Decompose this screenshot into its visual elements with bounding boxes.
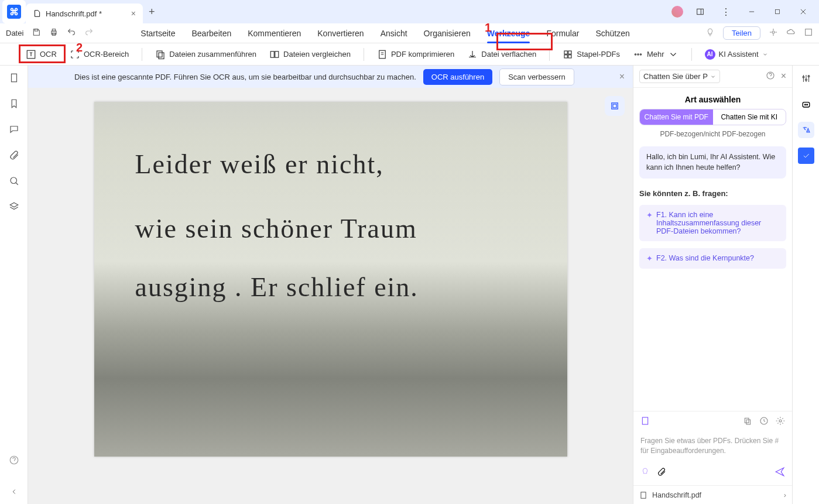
more-button[interactable]: Mehr — [633, 49, 678, 60]
tab-konvertieren[interactable]: Konvertieren — [317, 23, 364, 43]
tab-kommentieren[interactable]: Kommentieren — [248, 23, 301, 43]
window-minimize[interactable] — [743, 3, 760, 20]
ai-filebar[interactable]: Handschrift.pdf › — [633, 485, 792, 504]
svg-rect-14 — [159, 53, 164, 59]
ai-close-icon[interactable]: × — [781, 71, 786, 83]
window-maximize[interactable] — [769, 3, 786, 20]
ai-input[interactable]: Fragen Sie etwas über PDFs. Drücken Sie … — [633, 433, 792, 463]
bookmarks-icon[interactable] — [9, 98, 19, 111]
svg-rect-6 — [35, 29, 38, 30]
ai-suggestion-2[interactable]: ✦F2. Was sind die Kernpunkte? — [639, 248, 786, 269]
compare-button[interactable]: Dateien vergleichen — [269, 49, 351, 60]
svg-point-23 — [638, 53, 639, 54]
ai-suggest-label: Sie könnten z. B. fragen: — [639, 189, 786, 198]
ocr-area-button[interactable]: OCR-Bereich — [70, 49, 129, 60]
ai-settings-icon[interactable] — [776, 416, 785, 428]
tab-bearbeiten[interactable]: Bearbeiten — [192, 23, 232, 43]
batch-button[interactable]: Stapel-PDFs — [563, 49, 620, 60]
tab-title: Handschrift.pdf * — [46, 9, 102, 18]
window-close[interactable] — [794, 3, 812, 20]
sliders-icon[interactable] — [798, 70, 814, 87]
merge-icon — [155, 49, 166, 60]
flatten-button[interactable]: Datei verflachen — [467, 49, 536, 60]
layers-icon[interactable] — [9, 201, 19, 214]
ai-badge-icon: AI — [705, 49, 715, 60]
pdf-viewer[interactable]: Leider weiß er nicht, wie sein schöner T… — [28, 88, 633, 504]
svg-point-26 — [11, 177, 17, 184]
expand-icon[interactable] — [804, 28, 813, 39]
redo-icon[interactable] — [84, 28, 94, 39]
ai-mode-select[interactable]: Chatten Sie über P — [639, 70, 720, 83]
undo-icon[interactable] — [67, 28, 76, 39]
ai-copy-icon[interactable] — [743, 416, 752, 428]
ai-help-icon[interactable] — [766, 71, 775, 83]
svg-point-45 — [804, 104, 806, 105]
more-icon[interactable]: ⋮ — [717, 3, 735, 20]
attachments-icon[interactable] — [9, 150, 19, 163]
app-logo[interactable]: ⌘ — [2, 0, 26, 23]
help-icon[interactable] — [9, 455, 19, 468]
svg-point-10 — [772, 31, 775, 33]
ai-attach-icon[interactable] — [657, 467, 666, 479]
ai-assistant-button[interactable]: AI KI Assistent — [705, 49, 768, 60]
save-icon[interactable] — [32, 28, 41, 39]
menubar: Datei Startseite Bearbeiten Kommentieren… — [0, 23, 819, 43]
ai-switch-ki[interactable]: Chatten Sie mit KI — [713, 109, 786, 125]
tab-startseite[interactable]: Startseite — [141, 23, 175, 43]
bot-icon[interactable] — [798, 96, 814, 112]
thumbnails-icon[interactable] — [9, 73, 19, 85]
user-avatar[interactable] — [671, 6, 683, 18]
ai-history-icon[interactable] — [759, 416, 769, 428]
ai-pdf-icon[interactable] — [640, 416, 650, 428]
svg-rect-33 — [745, 419, 749, 423]
check-icon[interactable] — [798, 148, 814, 164]
comments-icon[interactable] — [9, 124, 19, 137]
ai-send-icon[interactable] — [775, 467, 785, 479]
tab-formular[interactable]: Formular — [546, 23, 579, 43]
search-icon[interactable] — [9, 176, 19, 188]
document-tab[interactable]: Handschrift.pdf * × — [26, 4, 143, 23]
share-button[interactable]: Teilen — [723, 26, 760, 40]
lightbulb-icon[interactable] — [705, 28, 715, 39]
menu-file[interactable]: Datei — [6, 29, 23, 37]
separator — [691, 48, 692, 61]
ai-switch-pdf[interactable]: Chatten Sie mit PDF — [640, 109, 713, 125]
ai-greeting: Hallo, ich bin Lumi, Ihr AI Assistent. W… — [639, 146, 786, 179]
flatten-label: Datei verflachen — [481, 50, 536, 59]
ai-title: Art auswählen — [633, 95, 792, 104]
canvas-area: Dies ist eine gescannte PDF. Führen Sie … — [28, 66, 633, 504]
chevron-down-icon — [762, 52, 768, 57]
ai-mode-label: Chatten Sie über P — [643, 72, 708, 81]
print-icon[interactable] — [49, 28, 59, 39]
collapse-left-icon[interactable] — [10, 488, 18, 498]
tab-werkzeuge[interactable]: Werkzeuge — [487, 23, 530, 43]
cloud-icon[interactable] — [786, 28, 796, 39]
ocr-button[interactable]: OCR — [8, 49, 57, 60]
ai-label: KI Assistent — [719, 50, 759, 59]
separator — [142, 48, 142, 61]
infobar-close-icon[interactable]: × — [619, 71, 625, 82]
compare-icon — [269, 49, 280, 60]
tab-schuetzen[interactable]: Schützen — [595, 23, 629, 43]
svg-rect-0 — [697, 9, 704, 14]
chevron-right-icon[interactable]: › — [784, 491, 786, 499]
translate-icon[interactable] — [798, 122, 814, 138]
tab-close-icon[interactable]: × — [131, 9, 136, 18]
svg-rect-37 — [641, 492, 646, 498]
ai-suggestion-1[interactable]: ✦F1. Kann ich eine Inhaltszusammenfassun… — [639, 205, 786, 241]
more-icon — [633, 49, 643, 60]
run-ocr-button[interactable]: OCR ausführen — [423, 69, 492, 85]
crop-tool-icon[interactable] — [605, 96, 625, 116]
svg-line-27 — [16, 183, 18, 185]
link-icon[interactable] — [769, 28, 778, 39]
improve-scan-button[interactable]: Scan verbessern — [499, 68, 574, 85]
compress-button[interactable]: PDF komprimieren — [377, 49, 454, 60]
ai-mode-switch[interactable]: Chatten Sie mit PDF Chatten Sie mit KI — [639, 109, 786, 125]
svg-point-36 — [779, 420, 782, 422]
merge-button[interactable]: Dateien zusammenführen — [155, 49, 256, 60]
tab-organisieren[interactable]: Organisieren — [424, 23, 471, 43]
tab-ansicht[interactable]: Ansicht — [381, 23, 407, 43]
ai-bulb-icon[interactable] — [640, 467, 650, 479]
new-tab-button[interactable]: + — [149, 6, 155, 18]
panel-toggle-icon[interactable] — [691, 3, 709, 20]
